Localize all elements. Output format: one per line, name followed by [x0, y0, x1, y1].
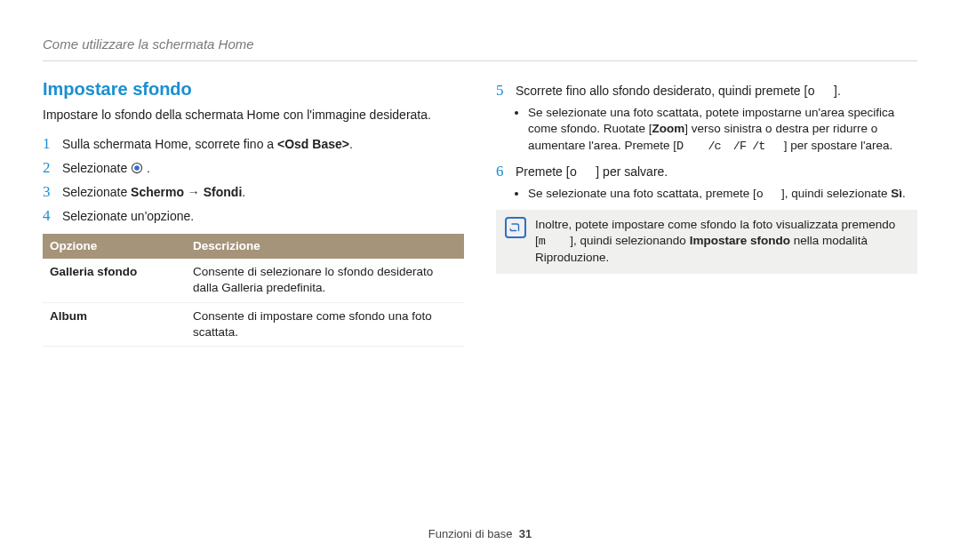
step-number: 3 [43, 182, 62, 203]
left-column: Impostare sfondo Impostare lo sfondo del… [43, 77, 464, 347]
note-box: Inoltre, potete impostare come sfondo la… [496, 210, 917, 274]
step-number: 2 [43, 158, 62, 179]
step-text: Scorrete fino allo sfondo desiderato, qu… [516, 83, 917, 100]
svg-point-1 [134, 165, 140, 171]
step-text: Selezionate un'opzione. [62, 208, 464, 225]
section-title: Impostare sfondo [43, 77, 464, 101]
sub-list-item: Se selezionate una foto scattata, premet… [528, 186, 917, 203]
step: 6Premete [o ] per salvare. [496, 162, 917, 182]
step-text: Selezionate . [62, 160, 464, 177]
option-name: Galleria sfondo [43, 259, 186, 302]
step-text: Premete [o ] per salvare. [516, 164, 917, 181]
option-name: Album [43, 302, 186, 346]
sub-list: Se selezionate una foto scattata, potete… [516, 105, 917, 155]
th-option: Opzione [43, 234, 186, 259]
step-number: 1 [43, 134, 62, 155]
page-number: 31 [519, 527, 532, 540]
intro-text: Impostare lo sfondo della schermata Home… [43, 107, 464, 124]
options-table: Opzione Descrizione Galleria sfondoConse… [43, 234, 464, 347]
table-row: AlbumConsente di impostare come sfondo u… [43, 302, 464, 346]
step: 1Sulla schermata Home, scorrete fino a <… [43, 134, 464, 155]
th-description: Descrizione [186, 234, 464, 259]
divider [43, 60, 917, 61]
step-text: Selezionate Schermo → Sfondi. [62, 184, 464, 201]
note-text: Inoltre, potete impostare come sfondo la… [535, 217, 908, 267]
step-number: 6 [496, 162, 516, 182]
step: 5Scorrete fino allo sfondo desiderato, q… [496, 81, 917, 101]
gear-icon [131, 162, 143, 174]
breadcrumb: Come utilizzare la schermata Home [43, 36, 917, 53]
option-description: Consente di impostare come sfondo una fo… [186, 302, 464, 346]
step: 2Selezionate . [43, 158, 464, 179]
sub-list: Se selezionate una foto scattata, premet… [516, 186, 917, 203]
step-number: 5 [496, 81, 516, 101]
right-column: 5Scorrete fino allo sfondo desiderato, q… [496, 77, 917, 347]
footer-label: Funzioni di base [428, 527, 513, 540]
step-number: 4 [43, 206, 62, 227]
sub-list-item: Se selezionate una foto scattata, potete… [528, 105, 917, 155]
table-row: Galleria sfondoConsente di selezionare l… [43, 259, 464, 302]
page-footer: Funzioni di base 31 [0, 526, 960, 542]
step-text: Sulla schermata Home, scorrete fino a <O… [62, 136, 464, 153]
content-columns: Impostare sfondo Impostare lo sfondo del… [43, 77, 917, 347]
note-icon [505, 217, 526, 238]
step: 3Selezionate Schermo → Sfondi. [43, 182, 464, 203]
step: 4Selezionate un'opzione. [43, 206, 464, 227]
option-description: Consente di selezionare lo sfondo deside… [186, 259, 464, 302]
